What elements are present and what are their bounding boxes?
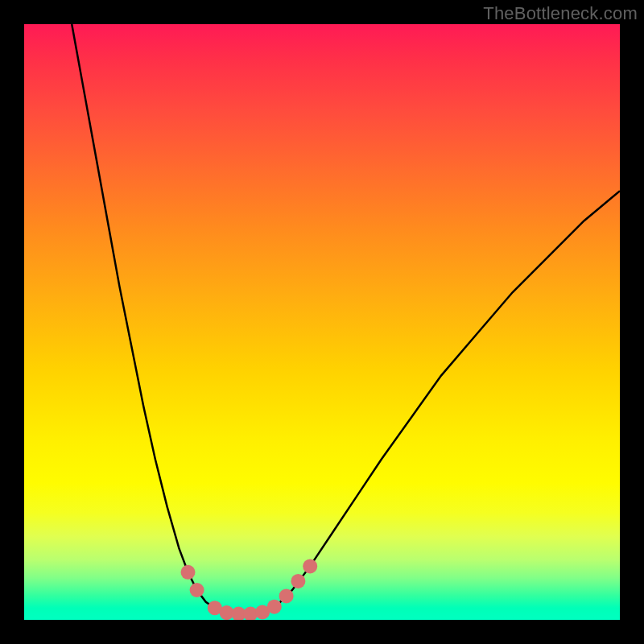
chart-frame: TheBottleneck.com [0,0,644,644]
optimal-range-marker [303,559,317,573]
bottleneck-curve [72,24,620,614]
optimal-range-marker [291,574,305,588]
curve-layer [24,24,620,620]
optimal-range-marker [190,583,204,597]
optimal-range-marker [267,600,282,614]
watermark-text: TheBottleneck.com [483,3,638,24]
optimal-range-marker [279,588,294,603]
optimal-range-marker [181,565,196,580]
plot-area [24,24,620,620]
